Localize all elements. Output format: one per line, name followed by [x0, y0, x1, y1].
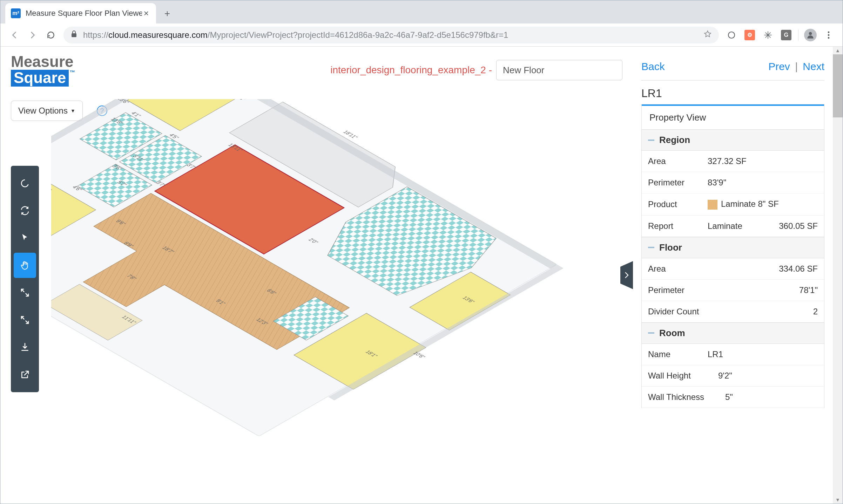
- bookmark-star-icon[interactable]: [703, 30, 712, 40]
- row-room-wall-thickness: Wall Thickness 5": [642, 387, 824, 408]
- section-header-room[interactable]: Room: [642, 322, 824, 344]
- browser-toolbar: https://cloud.measuresquare.com/Myprojec…: [0, 23, 843, 47]
- nav-separator: |: [795, 61, 798, 72]
- tab-close-button[interactable]: [142, 9, 150, 18]
- extension-g-icon[interactable]: G: [779, 28, 793, 42]
- logo-text-bottom: Square: [11, 70, 69, 87]
- row-room-wall-height: Wall Height 9'2": [642, 365, 824, 387]
- address-url: https://cloud.measuresquare.com/Myprojec…: [83, 30, 700, 40]
- tab-property-view[interactable]: Property View: [642, 104, 824, 129]
- row-floor-divider: Divider Count 2: [642, 301, 824, 322]
- collapse-icon: [648, 332, 654, 334]
- row-region-report: Report Laminate 360.05 SF: [642, 216, 824, 237]
- svg-point-7: [728, 32, 735, 38]
- extension-circle-icon[interactable]: [724, 28, 739, 42]
- floorplan-3d-canvas[interactable]: 18'11" 3'8" 7'9" 4'5" 13'11" 13'6" 4'5" …: [51, 99, 633, 504]
- floor-select-value: New Floor: [503, 65, 544, 76]
- row-region-perimeter: Perimeter 83'9": [642, 172, 824, 193]
- tool-open-external-button[interactable]: [14, 362, 36, 387]
- row-region-product: Product Laminate 8" SF: [642, 193, 824, 216]
- lock-icon: [70, 30, 77, 40]
- back-link[interactable]: Back: [641, 61, 665, 73]
- browser-tab-strip: m² Measure Square Floor Plan Viewe +: [0, 0, 843, 23]
- panel-room-title: LR1: [641, 87, 824, 100]
- collapse-icon: [648, 247, 654, 248]
- scroll-up-icon[interactable]: ▲: [833, 47, 843, 54]
- next-link[interactable]: Next: [803, 61, 824, 72]
- scroll-thumb[interactable]: [833, 54, 843, 117]
- svg-point-14: [828, 34, 830, 36]
- address-bar[interactable]: https://cloud.measuresquare.com/Myprojec…: [63, 27, 719, 43]
- tab-favicon-icon: m²: [11, 8, 21, 18]
- row-floor-perimeter: Perimeter 78'1": [642, 280, 824, 301]
- nav-back-button[interactable]: [5, 26, 23, 44]
- app-logo: Measure Square ™: [11, 54, 75, 87]
- tool-reset-view-button[interactable]: [14, 171, 36, 196]
- svg-rect-6: [72, 33, 76, 37]
- page-scrollbar[interactable]: ▲ ▼: [833, 47, 843, 504]
- logo-text-top: Measure: [11, 54, 75, 70]
- svg-point-12: [809, 32, 812, 35]
- svg-point-13: [828, 31, 830, 33]
- tool-pointer-button[interactable]: [14, 225, 36, 251]
- browser-window: m² Measure Square Floor Plan Viewe + htt…: [0, 0, 843, 504]
- nav-reload-button[interactable]: [42, 26, 60, 44]
- new-tab-button[interactable]: +: [159, 5, 176, 22]
- property-panel: Back Prev | Next LR1 Property View Regio…: [633, 47, 833, 504]
- section-header-region[interactable]: Region: [642, 129, 824, 151]
- tool-download-button[interactable]: [14, 335, 36, 360]
- tool-rotate-button[interactable]: [14, 198, 36, 223]
- nav-forward-button[interactable]: [23, 26, 42, 44]
- tool-fullscreen-button[interactable]: [14, 280, 36, 305]
- product-swatch-icon: [708, 200, 717, 210]
- app-header: Measure Square ™ interior_design_floorin…: [11, 54, 622, 87]
- main-pane: Measure Square ™ interior_design_floorin…: [0, 47, 633, 504]
- tool-pan-button[interactable]: [14, 253, 36, 278]
- collapse-icon: [648, 139, 654, 141]
- scroll-down-icon[interactable]: ▼: [833, 496, 843, 504]
- panel-nav: Back Prev | Next: [641, 61, 824, 73]
- extension-snowflake-icon[interactable]: [761, 28, 775, 42]
- app-content: Measure Square ™ interior_design_floorin…: [0, 47, 843, 504]
- profile-avatar-icon: [804, 29, 817, 41]
- toolbar-divider: [798, 29, 798, 41]
- tab-title: Measure Square Floor Plan Viewe: [26, 9, 142, 18]
- profile-button[interactable]: [803, 28, 817, 42]
- property-tabs: Property View Region Area 327.32 SF Peri…: [641, 104, 824, 408]
- row-floor-area: Area 334.06 SF: [642, 258, 824, 280]
- row-region-area: Area 327.32 SF: [642, 151, 824, 172]
- section-header-floor[interactable]: Floor: [642, 237, 824, 258]
- viewer-toolbar: [11, 166, 39, 392]
- floor-select-dropdown[interactable]: New Floor: [496, 60, 622, 80]
- row-room-name: Name LR1: [642, 344, 824, 365]
- tool-fit-button[interactable]: [14, 307, 36, 333]
- project-name-label: interior_design_flooring_example_2 -: [330, 64, 492, 76]
- browser-tab[interactable]: m² Measure Square Floor Plan Viewe: [5, 3, 156, 23]
- svg-point-15: [828, 37, 830, 39]
- panel-divider: [641, 80, 824, 81]
- prev-link[interactable]: Prev: [768, 61, 790, 72]
- logo-trademark: ™: [69, 70, 75, 76]
- browser-menu-button[interactable]: [822, 28, 836, 42]
- extension-hubspot-icon[interactable]: ⚙: [743, 28, 757, 42]
